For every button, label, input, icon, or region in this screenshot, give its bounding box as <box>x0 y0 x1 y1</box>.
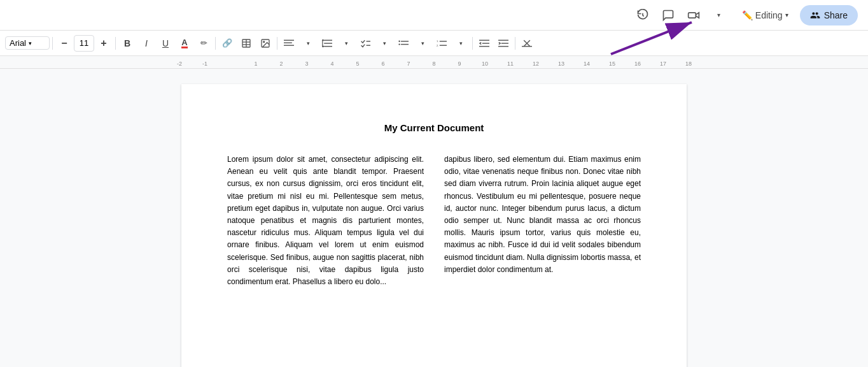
doc-col2-text: dapibus libero, sed elementum dui. Etiam… <box>444 154 641 276</box>
checklist-button[interactable] <box>356 34 374 52</box>
meet-icon[interactable] <box>682 4 705 27</box>
svg-point-15 <box>398 40 400 41</box>
version-history-icon[interactable] <box>631 4 654 27</box>
decrease-font-button[interactable]: − <box>55 34 73 52</box>
svg-rect-0 <box>688 12 696 17</box>
editing-mode-button[interactable]: ✏️ Editing ▾ <box>736 6 795 24</box>
ruler-inner: -2-1123456789101112131415161718 <box>179 56 689 68</box>
bold-button[interactable]: B <box>118 34 136 52</box>
svg-text:1.: 1. <box>437 40 438 43</box>
font-size-input[interactable] <box>74 35 94 52</box>
meet-dropdown-icon[interactable]: ▾ <box>708 4 731 27</box>
align-dropdown-icon[interactable]: ▾ <box>299 34 317 52</box>
font-color-button[interactable]: A <box>176 34 193 52</box>
font-name-dropdown-icon: ▾ <box>29 40 32 47</box>
insert-image-button[interactable] <box>256 34 274 52</box>
font-name-selector[interactable]: Arial ▾ <box>5 36 50 50</box>
line-spacing-dropdown-icon[interactable]: ▾ <box>337 34 355 52</box>
editing-label: Editing <box>755 10 783 20</box>
ruler: -2-1123456789101112131415161718 <box>0 56 868 69</box>
divider-4 <box>277 37 277 50</box>
divider-6 <box>515 37 515 50</box>
increase-indent-button[interactable] <box>494 34 512 52</box>
bullet-dropdown-icon[interactable]: ▾ <box>414 34 431 52</box>
editing-dropdown-icon: ▾ <box>785 11 788 18</box>
font-name-value: Arial <box>10 38 26 48</box>
align-button[interactable] <box>280 34 298 52</box>
divider-3 <box>215 37 216 50</box>
svg-point-6 <box>263 41 265 42</box>
decrease-indent-button[interactable] <box>475 34 493 52</box>
line-spacing-button[interactable] <box>318 34 336 52</box>
share-button[interactable]: Share <box>800 5 858 25</box>
svg-point-17 <box>398 43 400 45</box>
doc-col1-text: Lorem ipsum dolor sit amet, consectetur … <box>227 154 424 288</box>
numbered-list-button[interactable]: 1. 2. <box>433 34 451 52</box>
comments-icon[interactable] <box>657 4 680 27</box>
divider-5 <box>472 37 473 50</box>
link-button[interactable]: 🔗 <box>218 34 236 52</box>
highlight-button[interactable]: ✏ <box>195 34 213 52</box>
document-title: My Current Document <box>227 122 641 133</box>
document-page: My Current Document Lorem ipsum dolor si… <box>181 84 687 367</box>
increase-font-button[interactable]: + <box>95 34 113 52</box>
document-columns: Lorem ipsum dolor sit amet, consectetur … <box>227 154 641 288</box>
bullet-list-button[interactable] <box>395 34 412 52</box>
svg-text:2.: 2. <box>437 43 438 47</box>
underline-button[interactable]: U <box>157 34 174 52</box>
clear-formatting-button[interactable] <box>518 34 536 52</box>
numbered-dropdown-icon[interactable]: ▾ <box>452 34 470 52</box>
font-color-label: A <box>181 38 187 48</box>
document-column-1[interactable]: Lorem ipsum dolor sit amet, consectetur … <box>227 154 424 288</box>
font-size-area: − + <box>55 34 113 52</box>
top-toolbar: ▾ ✏️ Editing ▾ Share <box>0 0 868 31</box>
editing-pen-icon: ✏️ <box>742 10 753 20</box>
document-column-2[interactable]: dapibus libero, sed elementum dui. Etiam… <box>444 154 641 288</box>
document-area[interactable]: My Current Document Lorem ipsum dolor si… <box>0 69 868 367</box>
divider-1 <box>52 37 53 50</box>
insert-table-button[interactable] <box>237 34 255 52</box>
italic-button[interactable]: I <box>137 34 155 52</box>
format-toolbar: Arial ▾ − + B I U A ✏ 🔗 <box>0 31 868 56</box>
checklist-dropdown-icon[interactable]: ▾ <box>375 34 393 52</box>
share-label: Share <box>824 10 848 20</box>
divider-2 <box>115 37 116 50</box>
